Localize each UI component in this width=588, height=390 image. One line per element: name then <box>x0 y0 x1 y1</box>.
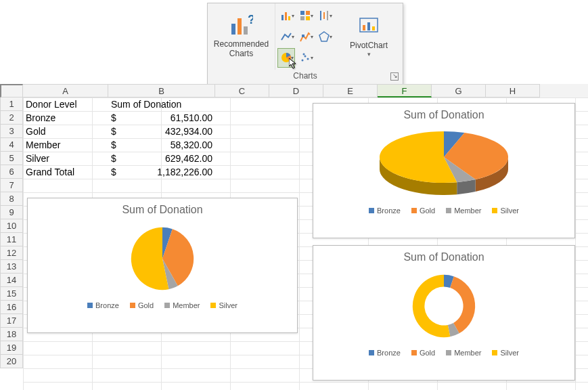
cell-A6[interactable]: Grand Total <box>23 165 108 179</box>
statistic-chart-button[interactable]: ▾ <box>296 26 314 46</box>
recommended-charts-button[interactable]: ? Recommended Charts <box>208 3 275 70</box>
pivotchart-label: PivotChart <box>350 41 388 51</box>
chevron-down-icon: ▾ <box>367 51 371 58</box>
pie-2d-svg <box>125 221 200 296</box>
row-header-6[interactable]: 6 <box>0 165 23 179</box>
svg-rect-14 <box>302 35 304 37</box>
legend-item-gold: Gold <box>411 349 435 357</box>
col-header-C[interactable]: C <box>215 84 269 98</box>
col-header-G[interactable]: G <box>432 84 486 98</box>
row-header-12[interactable]: 12 <box>0 246 23 260</box>
row-header-5[interactable]: 5 <box>0 152 23 165</box>
cell-B2[interactable]: 61,510.00 <box>108 111 215 125</box>
pivotchart-icon <box>357 16 380 41</box>
chart-pie-2d[interactable]: Sum of Donation BronzeGoldMemberSilver <box>27 198 298 333</box>
chart-doughnut[interactable]: Sum of Donation BronzeGoldMemberSilver <box>313 245 575 381</box>
svg-rect-2 <box>244 26 248 35</box>
radar-chart-button[interactable]: ▾ <box>315 26 333 46</box>
doughnut-svg <box>407 269 481 343</box>
legend-item-silver: Silver <box>492 349 519 357</box>
cell-grid[interactable]: Donor LevelSum of DonationBronze$61,510.… <box>23 98 588 390</box>
legend-item-bronze: Bronze <box>369 349 401 357</box>
line-chart-button[interactable]: ▾ <box>277 26 295 46</box>
svg-rect-10 <box>306 16 310 20</box>
svg-rect-8 <box>306 11 310 15</box>
ribbon-row: ? Recommended Charts ▾ ▾ ▾ ▾ ▾ ▾ ▾ ▾ Piv… <box>208 3 403 70</box>
row-header-19[interactable]: 19 <box>0 341 23 355</box>
ribbon-group-label: Charts ↘ <box>208 70 403 85</box>
row-header-15[interactable]: 15 <box>0 287 23 301</box>
hierarchy-chart-button[interactable]: ▾ <box>296 5 314 25</box>
svg-rect-9 <box>300 16 304 20</box>
cell-B6[interactable]: 1,182,226.00 <box>108 165 215 179</box>
column-chart-button[interactable]: ▾ <box>277 5 295 25</box>
col-header-F[interactable]: F <box>378 84 432 98</box>
row-header-9[interactable]: 9 <box>0 206 23 219</box>
cell-B3[interactable]: 432,934.00 <box>108 125 215 138</box>
row-header-8[interactable]: 8 <box>0 192 23 206</box>
legend-item-member: Member <box>446 349 481 357</box>
legend-item-gold: Gold <box>411 207 435 215</box>
cell-A4[interactable]: Member <box>23 138 108 152</box>
cell-A2[interactable]: Bronze <box>23 111 108 125</box>
pie-chart-area <box>313 266 574 346</box>
col-header-A[interactable]: A <box>23 84 108 98</box>
row-header-17[interactable]: 17 <box>0 314 23 328</box>
svg-point-19 <box>307 58 309 60</box>
legend-item-silver: Silver <box>492 207 519 215</box>
ribbon-charts-group: ? Recommended Charts ▾ ▾ ▾ ▾ ▾ ▾ ▾ ▾ Piv… <box>207 3 403 85</box>
cell-A5[interactable]: Silver <box>23 152 108 165</box>
legend-item-gold: Gold <box>130 301 154 309</box>
mini-empty <box>315 48 333 68</box>
chart-legend: BronzeGoldMemberSilver <box>313 204 574 220</box>
worksheet: 1234567891011121314151617181920 Donor Le… <box>0 98 588 390</box>
svg-rect-1 <box>238 18 242 35</box>
row-header-13[interactable]: 13 <box>0 260 23 274</box>
row-header-14[interactable]: 14 <box>0 274 23 287</box>
col-header-H[interactable]: H <box>486 84 540 98</box>
row-header-7[interactable]: 7 <box>0 179 23 192</box>
row-header-16[interactable]: 16 <box>0 301 23 314</box>
stock-chart-button[interactable]: ▾ <box>315 5 333 25</box>
pie-chart-area <box>28 219 297 299</box>
pie-chart-button[interactable]: ▾ <box>277 48 295 68</box>
svg-rect-0 <box>231 24 235 35</box>
svg-rect-4 <box>281 15 284 20</box>
cell-A3[interactable]: Gold <box>23 125 108 138</box>
pivotchart-button[interactable]: PivotChart ▾ <box>335 3 403 70</box>
ribbon-group-text: Charts <box>293 71 317 81</box>
select-all-cell[interactable] <box>0 84 23 98</box>
recommended-charts-icon: ? <box>230 14 253 40</box>
svg-rect-22 <box>363 25 365 30</box>
legend-item-silver: Silver <box>210 301 238 309</box>
pie-chart-area <box>313 124 574 204</box>
chart-pie-3d[interactable]: Sum of Donation BronzeGoldMemberSilver <box>313 103 575 238</box>
svg-rect-7 <box>300 11 304 15</box>
cell-B1[interactable]: Sum of Donation <box>108 98 215 111</box>
row-header-10[interactable]: 10 <box>0 219 23 233</box>
svg-point-18 <box>304 56 307 58</box>
cell-B4[interactable]: 58,320.00 <box>108 138 215 152</box>
col-header-B[interactable]: B <box>108 84 215 98</box>
row-header-11[interactable]: 11 <box>0 233 23 246</box>
cell-B5[interactable]: 629,462.00 <box>108 152 215 165</box>
col-header-E[interactable]: E <box>323 84 378 98</box>
row-header-20[interactable]: 20 <box>0 355 23 368</box>
row-header-4[interactable]: 4 <box>0 138 23 152</box>
svg-rect-23 <box>367 22 370 30</box>
legend-item-bronze: Bronze <box>87 301 119 309</box>
svg-point-17 <box>302 60 304 62</box>
row-header-1[interactable]: 1 <box>0 98 23 111</box>
chart-title: Sum of Donation <box>28 198 297 219</box>
scatter-chart-button[interactable]: ▾ <box>296 48 314 68</box>
col-header-D[interactable]: D <box>269 84 323 98</box>
row-header-2[interactable]: 2 <box>0 111 23 125</box>
row-headers: 1234567891011121314151617181920 <box>0 98 23 390</box>
chart-title: Sum of Donation <box>313 104 574 124</box>
svg-rect-5 <box>285 12 287 20</box>
dialog-launcher-icon[interactable]: ↘ <box>390 72 399 81</box>
row-header-3[interactable]: 3 <box>0 125 23 138</box>
row-header-18[interactable]: 18 <box>0 328 23 341</box>
cell-A1[interactable]: Donor Level <box>23 98 108 111</box>
recommended-charts-label: Recommended Charts <box>214 40 269 59</box>
